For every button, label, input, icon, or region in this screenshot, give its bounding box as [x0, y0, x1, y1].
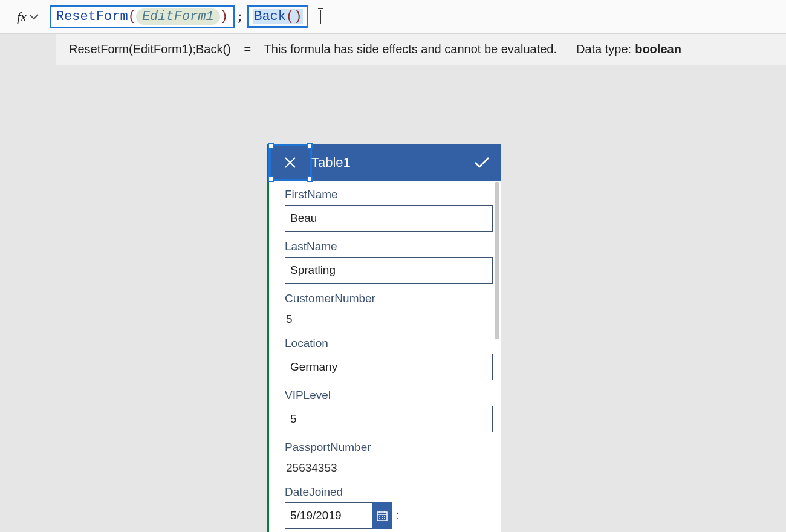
input-viplevel[interactable]: [285, 406, 493, 432]
formula-highlight-1: ResetForm(EditForm1): [50, 5, 235, 28]
result-message: ResetForm(EditForm1);Back() = This formu…: [56, 34, 564, 65]
fx-label: fx: [17, 9, 27, 25]
input-datejoined[interactable]: [285, 502, 372, 529]
result-text: This formula has side effects and cannot…: [264, 42, 557, 56]
label-lastname: LastName: [285, 240, 489, 253]
form-body: FirstName LastName CustomerNumber 5 Loca…: [269, 181, 501, 532]
svg-point-7: [379, 518, 380, 519]
svg-point-4: [379, 516, 380, 517]
text-cursor-icon: [320, 10, 321, 24]
close-paren: ): [220, 9, 228, 24]
input-lastname[interactable]: [285, 257, 493, 284]
formula-result-bar: ResetForm(EditForm1);Back() = This formu…: [56, 34, 786, 65]
input-location[interactable]: [285, 354, 493, 380]
formula-bar: fx ResetForm(EditForm1) ; Back(): [0, 0, 786, 34]
data-type-panel: Data type: boolean: [564, 34, 786, 65]
formula-highlight-2: Back(): [247, 5, 308, 28]
label-passportnumber: PassportNumber: [285, 441, 489, 454]
scrollbar[interactable]: [495, 182, 499, 339]
close-icon: [284, 156, 297, 169]
calendar-icon: [377, 510, 388, 521]
field-customernumber: CustomerNumber 5: [285, 292, 489, 328]
data-type-value: boolean: [635, 42, 681, 56]
canvas[interactable]: Table1 FirstName LastName CustomerNumber…: [0, 65, 786, 532]
input-firstname[interactable]: [285, 205, 493, 232]
value-passportnumber: 25634353: [285, 458, 489, 477]
arg-editform1: EditForm1: [136, 8, 220, 25]
data-type-label: Data type:: [576, 42, 631, 56]
separator: ;: [236, 9, 244, 24]
fn-resetform: ResetForm: [56, 9, 128, 24]
header-title: Table1: [311, 155, 351, 170]
field-firstname: FirstName: [285, 188, 489, 232]
result-eq: =: [244, 42, 251, 56]
back-parens: (): [286, 9, 302, 24]
value-customernumber: 5: [285, 309, 489, 328]
field-viplevel: VIPLevel: [285, 389, 489, 432]
label-location: Location: [285, 337, 489, 350]
field-datejoined: DateJoined :: [285, 485, 489, 529]
label-customernumber: CustomerNumber: [285, 292, 489, 305]
date-separator: :: [396, 509, 399, 522]
form-header: Table1: [269, 144, 501, 181]
edit-form-screen: Table1 FirstName LastName CustomerNumber…: [267, 144, 501, 532]
field-lastname: LastName: [285, 240, 489, 284]
chevron-down-icon[interactable]: [29, 14, 39, 20]
label-viplevel: VIPLevel: [285, 389, 489, 402]
selected-cancel-icon[interactable]: [268, 144, 312, 181]
svg-point-8: [382, 518, 383, 519]
svg-point-9: [384, 518, 385, 519]
label-firstname: FirstName: [285, 188, 489, 201]
formula-input[interactable]: ResetForm(EditForm1) ; Back(): [50, 5, 322, 28]
svg-point-6: [384, 516, 385, 517]
submit-check-icon[interactable]: [474, 157, 490, 169]
field-location: Location: [285, 337, 489, 380]
svg-point-5: [382, 516, 383, 517]
result-expr: ResetForm(EditForm1);Back(): [69, 42, 231, 56]
resize-handle[interactable]: [268, 143, 274, 149]
label-datejoined: DateJoined: [285, 485, 489, 499]
field-passportnumber: PassportNumber 25634353: [285, 441, 489, 477]
open-paren: (: [128, 9, 136, 24]
calendar-button[interactable]: [372, 502, 392, 529]
resize-handle[interactable]: [307, 143, 313, 149]
fn-back: Back: [254, 9, 286, 24]
